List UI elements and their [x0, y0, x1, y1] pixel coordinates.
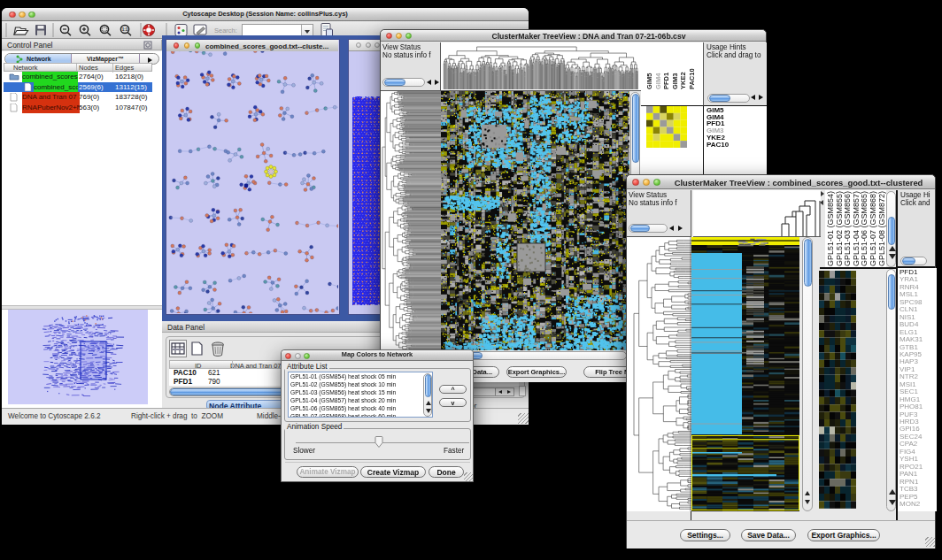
- svg-text:1:1: 1:1: [122, 27, 128, 32]
